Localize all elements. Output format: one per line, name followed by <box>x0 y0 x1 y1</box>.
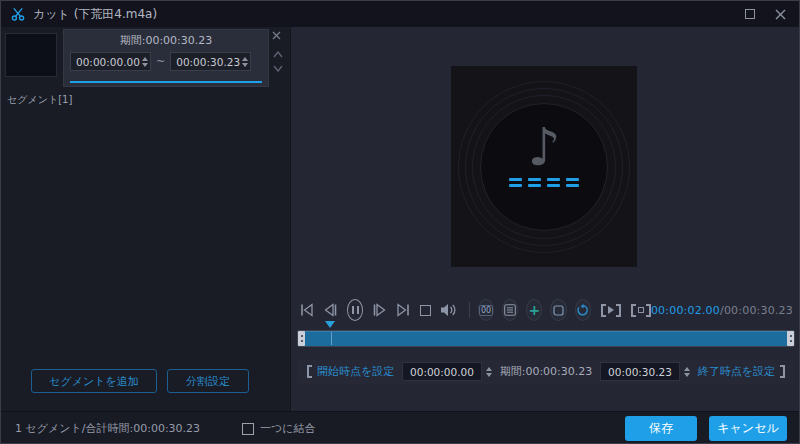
music-note-icon: ♪ <box>527 118 560 176</box>
add-segment-quick-button[interactable]: + <box>526 299 542 321</box>
spinner-up-icon[interactable] <box>242 57 248 61</box>
set-start-point-button[interactable]: 開始時点を設定 <box>307 364 394 379</box>
segment-summary: 1 セグメント/合計時間:00:00:30.23 <box>15 421 200 436</box>
skip-start-icon <box>299 303 314 317</box>
segment-range-indicator <box>70 81 262 83</box>
trim-toolbar: 開始時点を設定 00:00:00.00 期間:00:00:30.23 00:00… <box>297 359 795 384</box>
toolbar-separator <box>469 302 470 318</box>
merge-checkbox-label: 一つに結合 <box>260 421 316 436</box>
equalizer-bars <box>509 178 579 187</box>
trim-start-field[interactable]: 00:00:00.00 <box>402 362 492 381</box>
merge-into-one-option[interactable]: 一つに結合 <box>242 421 316 436</box>
volume-button[interactable] <box>440 303 458 317</box>
spinner-up-icon[interactable] <box>684 367 690 371</box>
preview-stop-button[interactable] <box>631 304 651 317</box>
cut-dialog-window: カット (下荒田4.m4a) セグメント[1] 期間:00:00:30.23 0… <box>0 0 800 444</box>
pause-icon <box>357 306 359 314</box>
preview-play-button[interactable] <box>601 304 621 317</box>
scissors-icon <box>11 7 25 21</box>
equalizer-bar <box>509 178 522 187</box>
close-button[interactable] <box>765 1 795 27</box>
pause-button[interactable] <box>347 299 363 321</box>
trim-duration-label: 期間:00:00:30.23 <box>500 364 593 379</box>
snapshot-button[interactable] <box>550 299 566 321</box>
stop-button[interactable] <box>420 305 431 316</box>
trim-slider[interactable] <box>297 330 795 347</box>
split-settings-button[interactable]: 分割設定 <box>167 369 249 393</box>
spinner-down-icon[interactable] <box>684 373 690 377</box>
titlebar: カット (下荒田4.m4a) <box>1 1 800 27</box>
popup-time-row: 00:00:00.00 ~ 00:00:30.23 <box>70 52 262 71</box>
footer-bar: 1 セグメント/合計時間:00:00:30.23 一つに結合 保存 キャンセル <box>1 411 800 444</box>
volume-icon <box>440 303 458 317</box>
cancel-button[interactable]: キャンセル <box>709 416 787 441</box>
trim-start-handle[interactable] <box>298 331 305 346</box>
stop-icon <box>638 307 644 313</box>
playhead-marker[interactable] <box>325 321 335 328</box>
spinner-down-icon[interactable] <box>142 63 148 67</box>
segment-list-button[interactable] <box>502 299 518 321</box>
step-back-button[interactable] <box>323 303 338 317</box>
bracket-right-icon <box>616 304 621 317</box>
trim-end-field[interactable]: 00:00:30.23 <box>600 362 690 381</box>
bracket-left-icon <box>601 304 606 317</box>
segment-label: セグメント[1] <box>7 93 72 107</box>
segment-end-spinner[interactable] <box>242 57 248 67</box>
chevron-up-icon <box>273 51 283 58</box>
reset-time-button[interactable]: 00 <box>478 299 494 321</box>
step-forward-button[interactable] <box>372 303 387 317</box>
set-end-point-button[interactable]: 終了時点を設定 <box>698 364 785 379</box>
trim-start-spinner[interactable] <box>486 367 492 377</box>
spinner-up-icon[interactable] <box>486 367 492 371</box>
stop-icon <box>420 305 431 316</box>
segment-thumbnail[interactable] <box>5 33 57 77</box>
segment-end-time-input[interactable]: 00:00:30.23 <box>170 52 251 71</box>
time-range-separator: ~ <box>156 55 165 68</box>
window-title: カット (下荒田4.m4a) <box>33 6 157 23</box>
trim-end-spinner[interactable] <box>684 367 690 377</box>
trim-end-time-value[interactable]: 00:00:30.23 <box>600 362 680 381</box>
segment-start-spinner[interactable] <box>142 57 148 67</box>
spinner-up-icon[interactable] <box>142 57 148 61</box>
move-segment-down-button[interactable] <box>273 65 283 72</box>
spinner-down-icon[interactable] <box>242 63 248 67</box>
move-segment-up-button[interactable] <box>273 51 283 58</box>
popup-duration-header: 期間:00:00:30.23 <box>64 30 268 48</box>
segment-start-time-input[interactable]: 00:00:00.00 <box>70 52 151 71</box>
chevron-down-icon <box>273 65 283 72</box>
set-start-label: 開始時点を設定 <box>317 364 394 379</box>
play-icon <box>608 306 614 314</box>
set-end-label: 終了時点を設定 <box>698 364 775 379</box>
list-icon <box>504 304 516 316</box>
plus-icon: + <box>528 303 540 317</box>
playhead-line <box>331 332 332 345</box>
trim-end-handle[interactable] <box>787 331 794 346</box>
save-button[interactable]: 保存 <box>625 416 697 441</box>
merge-checkbox[interactable] <box>242 423 254 435</box>
playback-time-display: 00:00:02.00/00:00:30.23 <box>651 304 793 317</box>
skip-to-end-button[interactable] <box>396 303 411 317</box>
step-back-icon <box>323 303 338 317</box>
timeline-zone <box>297 321 795 355</box>
x-icon <box>272 31 281 40</box>
trim-start-time-value[interactable]: 00:00:00.00 <box>402 362 482 381</box>
zero-time-icon: 00 <box>479 305 493 316</box>
snapshot-icon <box>553 305 564 316</box>
pause-icon <box>352 306 354 314</box>
segment-duration-popup: 期間:00:00:30.23 00:00:00.00 ~ 00:00:30.23 <box>63 29 269 87</box>
add-segment-button[interactable]: セグメントを追加 <box>31 369 157 393</box>
current-time: 00:00:02.00 <box>651 304 720 317</box>
delete-segment-button[interactable] <box>272 31 281 40</box>
reset-button[interactable] <box>575 299 591 321</box>
undo-arrow-icon <box>576 304 589 317</box>
album-art-placeholder: ♪ <box>451 66 637 267</box>
spinner-down-icon[interactable] <box>486 373 492 377</box>
bracket-left-icon <box>631 304 636 317</box>
skip-to-start-button[interactable] <box>299 303 314 317</box>
equalizer-bar <box>547 178 560 187</box>
close-icon <box>775 9 786 20</box>
bracket-right-icon <box>780 365 785 378</box>
maximize-button[interactable] <box>735 1 765 27</box>
equalizer-bar <box>528 178 541 187</box>
segment-panel: セグメント[1] 期間:00:00:30.23 00:00:00.00 ~ 00… <box>1 27 291 411</box>
